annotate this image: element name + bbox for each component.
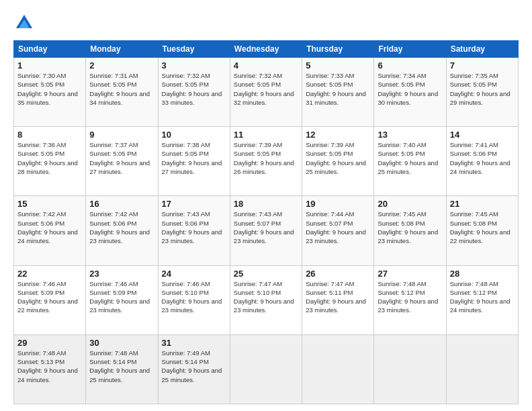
- day-number: 29: [17, 338, 82, 348]
- day-info: Sunrise: 7:33 AM Sunset: 5:05 PM Dayligh…: [306, 71, 370, 107]
- calendar-cell: 18 Sunrise: 7:43 AM Sunset: 5:07 PM Dayl…: [230, 196, 302, 265]
- calendar-header: SundayMondayTuesdayWednesdayThursdayFrid…: [14, 41, 519, 58]
- calendar-cell: 9 Sunrise: 7:37 AM Sunset: 5:05 PM Dayli…: [86, 127, 158, 196]
- page: SundayMondayTuesdayWednesdayThursdayFrid…: [0, 0, 532, 411]
- calendar-cell: 17 Sunrise: 7:43 AM Sunset: 5:06 PM Dayl…: [158, 196, 230, 265]
- day-info: Sunrise: 7:43 AM Sunset: 5:07 PM Dayligh…: [234, 210, 298, 245]
- day-number: 12: [306, 130, 370, 140]
- day-number: 22: [17, 269, 82, 279]
- day-info: Sunrise: 7:39 AM Sunset: 5:05 PM Dayligh…: [306, 140, 370, 176]
- day-info: Sunrise: 7:47 AM Sunset: 5:10 PM Dayligh…: [234, 279, 298, 315]
- calendar-cell: 10 Sunrise: 7:38 AM Sunset: 5:05 PM Dayl…: [158, 127, 230, 196]
- day-number: 18: [234, 199, 298, 209]
- calendar-cell: 25 Sunrise: 7:47 AM Sunset: 5:10 PM Dayl…: [230, 265, 302, 334]
- logo: [13, 12, 38, 34]
- day-number: 21: [450, 199, 515, 209]
- day-number: 5: [306, 60, 370, 71]
- day-number: 13: [378, 130, 442, 140]
- day-info: Sunrise: 7:47 AM Sunset: 5:11 PM Dayligh…: [306, 279, 370, 315]
- calendar-cell: 31 Sunrise: 7:49 AM Sunset: 5:14 PM Dayl…: [158, 334, 230, 404]
- calendar-cell: 22 Sunrise: 7:46 AM Sunset: 5:09 PM Dayl…: [14, 265, 86, 334]
- day-number: 14: [450, 130, 515, 140]
- calendar-cell: 12 Sunrise: 7:39 AM Sunset: 5:05 PM Dayl…: [302, 127, 374, 196]
- day-info: Sunrise: 7:30 AM Sunset: 5:05 PM Dayligh…: [17, 71, 82, 107]
- calendar-cell: [374, 334, 446, 404]
- day-number: 1: [17, 60, 82, 71]
- day-number: 2: [89, 60, 154, 71]
- day-number: 25: [234, 269, 298, 279]
- calendar-cell: 21 Sunrise: 7:45 AM Sunset: 5:08 PM Dayl…: [446, 196, 518, 265]
- day-number: 17: [162, 199, 226, 209]
- day-info: Sunrise: 7:35 AM Sunset: 5:05 PM Dayligh…: [450, 71, 515, 107]
- day-number: 24: [162, 269, 226, 279]
- weekday-header-saturday: Saturday: [446, 41, 518, 58]
- calendar-week-4: 22 Sunrise: 7:46 AM Sunset: 5:09 PM Dayl…: [14, 265, 519, 334]
- calendar-week-2: 8 Sunrise: 7:36 AM Sunset: 5:05 PM Dayli…: [14, 127, 519, 196]
- day-number: 8: [17, 130, 82, 140]
- calendar-cell: 19 Sunrise: 7:44 AM Sunset: 5:07 PM Dayl…: [302, 196, 374, 265]
- calendar-cell: 2 Sunrise: 7:31 AM Sunset: 5:05 PM Dayli…: [86, 58, 158, 127]
- weekday-header-monday: Monday: [86, 41, 158, 58]
- weekday-header-sunday: Sunday: [14, 41, 86, 58]
- day-info: Sunrise: 7:41 AM Sunset: 5:06 PM Dayligh…: [450, 140, 515, 176]
- calendar-cell: 11 Sunrise: 7:39 AM Sunset: 5:05 PM Dayl…: [230, 127, 302, 196]
- day-info: Sunrise: 7:48 AM Sunset: 5:12 PM Dayligh…: [378, 279, 442, 315]
- day-info: Sunrise: 7:45 AM Sunset: 5:08 PM Dayligh…: [450, 210, 515, 245]
- day-info: Sunrise: 7:45 AM Sunset: 5:08 PM Dayligh…: [378, 210, 442, 245]
- calendar-cell: 13 Sunrise: 7:40 AM Sunset: 5:05 PM Dayl…: [374, 127, 446, 196]
- day-number: 11: [234, 130, 298, 140]
- day-info: Sunrise: 7:44 AM Sunset: 5:07 PM Dayligh…: [306, 210, 370, 245]
- day-number: 31: [162, 338, 226, 348]
- calendar-week-5: 29 Sunrise: 7:48 AM Sunset: 5:13 PM Dayl…: [14, 334, 519, 404]
- day-info: Sunrise: 7:48 AM Sunset: 5:13 PM Dayligh…: [17, 349, 82, 384]
- day-info: Sunrise: 7:39 AM Sunset: 5:05 PM Dayligh…: [234, 140, 298, 176]
- day-number: 16: [89, 199, 154, 209]
- calendar-cell: 16 Sunrise: 7:42 AM Sunset: 5:06 PM Dayl…: [86, 196, 158, 265]
- calendar-cell: 27 Sunrise: 7:48 AM Sunset: 5:12 PM Dayl…: [374, 265, 446, 334]
- calendar-cell: 26 Sunrise: 7:47 AM Sunset: 5:11 PM Dayl…: [302, 265, 374, 334]
- day-info: Sunrise: 7:43 AM Sunset: 5:06 PM Dayligh…: [162, 210, 226, 245]
- calendar-cell: 3 Sunrise: 7:32 AM Sunset: 5:05 PM Dayli…: [158, 58, 230, 127]
- weekday-header-thursday: Thursday: [302, 41, 374, 58]
- day-number: 20: [378, 199, 442, 209]
- calendar-table: SundayMondayTuesdayWednesdayThursdayFrid…: [13, 40, 519, 404]
- header: [13, 12, 519, 34]
- calendar-cell: 1 Sunrise: 7:30 AM Sunset: 5:05 PM Dayli…: [14, 58, 86, 127]
- day-number: 4: [234, 60, 298, 71]
- calendar-cell: 7 Sunrise: 7:35 AM Sunset: 5:05 PM Dayli…: [446, 58, 518, 127]
- day-number: 27: [378, 269, 442, 279]
- weekday-header-row: SundayMondayTuesdayWednesdayThursdayFrid…: [14, 41, 519, 58]
- logo-icon: [13, 12, 35, 34]
- calendar-cell: 29 Sunrise: 7:48 AM Sunset: 5:13 PM Dayl…: [14, 334, 86, 404]
- day-info: Sunrise: 7:46 AM Sunset: 5:09 PM Dayligh…: [17, 279, 82, 315]
- weekday-header-friday: Friday: [374, 41, 446, 58]
- calendar-cell: 15 Sunrise: 7:42 AM Sunset: 5:06 PM Dayl…: [14, 196, 86, 265]
- calendar-cell: [302, 334, 374, 404]
- day-number: 23: [89, 269, 154, 279]
- weekday-header-wednesday: Wednesday: [230, 41, 302, 58]
- calendar-cell: 5 Sunrise: 7:33 AM Sunset: 5:05 PM Dayli…: [302, 58, 374, 127]
- day-number: 28: [450, 269, 515, 279]
- day-info: Sunrise: 7:46 AM Sunset: 5:10 PM Dayligh…: [162, 279, 226, 315]
- day-number: 3: [162, 60, 226, 71]
- calendar-cell: 4 Sunrise: 7:32 AM Sunset: 5:05 PM Dayli…: [230, 58, 302, 127]
- day-info: Sunrise: 7:37 AM Sunset: 5:05 PM Dayligh…: [89, 140, 154, 176]
- calendar-cell: 6 Sunrise: 7:34 AM Sunset: 5:05 PM Dayli…: [374, 58, 446, 127]
- calendar-cell: 28 Sunrise: 7:48 AM Sunset: 5:12 PM Dayl…: [446, 265, 518, 334]
- day-number: 15: [17, 199, 82, 209]
- day-number: 30: [89, 338, 154, 348]
- day-info: Sunrise: 7:32 AM Sunset: 5:05 PM Dayligh…: [234, 71, 298, 107]
- day-number: 19: [306, 199, 370, 209]
- day-info: Sunrise: 7:38 AM Sunset: 5:05 PM Dayligh…: [162, 140, 226, 176]
- calendar-week-3: 15 Sunrise: 7:42 AM Sunset: 5:06 PM Dayl…: [14, 196, 519, 265]
- day-info: Sunrise: 7:46 AM Sunset: 5:09 PM Dayligh…: [89, 279, 154, 315]
- calendar-cell: [230, 334, 302, 404]
- day-number: 9: [89, 130, 154, 140]
- day-number: 10: [162, 130, 226, 140]
- day-info: Sunrise: 7:48 AM Sunset: 5:14 PM Dayligh…: [89, 349, 154, 384]
- day-number: 7: [450, 60, 515, 71]
- day-number: 26: [306, 269, 370, 279]
- calendar-cell: 8 Sunrise: 7:36 AM Sunset: 5:05 PM Dayli…: [14, 127, 86, 196]
- calendar-cell: 24 Sunrise: 7:46 AM Sunset: 5:10 PM Dayl…: [158, 265, 230, 334]
- day-info: Sunrise: 7:42 AM Sunset: 5:06 PM Dayligh…: [89, 210, 154, 245]
